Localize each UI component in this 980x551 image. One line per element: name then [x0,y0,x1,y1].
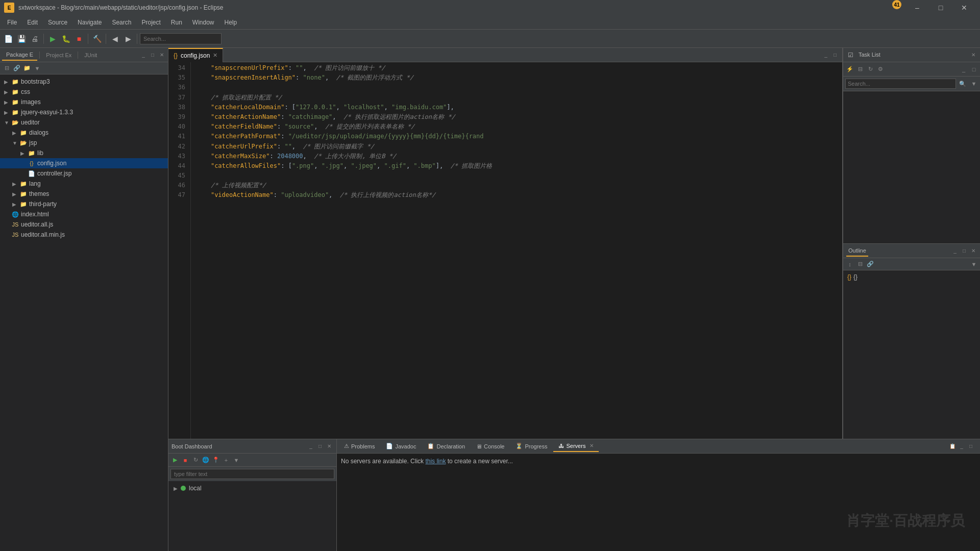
tree-arrow: ▶ [4,110,11,115]
tab-project-explorer[interactable]: Project Ex [42,50,76,60]
outline-panel: Outline _ □ ✕ ↕ ⊟ 🔗 ▼ [843,243,980,439]
tab-junit[interactable]: JUnit [80,50,101,60]
code-line-45 [196,171,837,181]
boot-maximize-button[interactable]: □ [316,442,324,450]
create-server-link[interactable]: this link [425,458,446,465]
stop-button[interactable]: ■ [73,33,85,45]
filter-button[interactable]: ▼ [33,64,42,73]
outline-minimize-button[interactable]: _ [951,247,959,255]
forward-button[interactable]: ▶ [122,33,134,45]
outline-chevron-button[interactable]: ▼ [969,260,978,269]
tab-console[interactable]: 🖥 Console [471,441,509,452]
task-filter-button[interactable]: ⚡ [845,65,854,74]
tree-item-config-json[interactable]: ▶ {} config.json [0,158,168,168]
minimize-editor-button[interactable]: _ [822,51,830,59]
editor-tab-config-json[interactable]: {} config.json ✕ [168,48,223,62]
task-search-button[interactable]: 🔍 [958,79,967,88]
back-button[interactable]: ◀ [109,33,121,45]
menu-navigate[interactable]: Navigate [72,17,107,28]
tree-item-bootstrap3[interactable]: ▶ 📁 bootstrap3 [0,77,168,87]
boot-new-button[interactable]: + [222,456,231,465]
tab-javadoc[interactable]: 📄 Javadoc [381,441,421,452]
tab-servers[interactable]: 🖧 Servers ✕ [553,441,599,452]
tree-item-ueditor-all-min-js[interactable]: ▶ JS ueditor.all.min.js [0,230,168,240]
tree-item-lib[interactable]: ▶ 📁 lib [0,148,168,158]
maximize-editor-button[interactable]: □ [831,51,839,59]
menu-edit[interactable]: Edit [22,17,43,28]
maximize-button[interactable]: □ [929,0,952,15]
task-refresh-button[interactable]: ↻ [866,65,875,74]
task-minimize-button[interactable]: _ [959,65,968,74]
task-search-options[interactable]: ▼ [969,79,978,88]
tab-declaration[interactable]: 📋 Declaration [422,441,470,452]
new-button[interactable]: 📄 [2,33,14,45]
outline-sort-button[interactable]: ↕ [845,260,854,269]
boot-stop-button[interactable]: ■ [181,456,190,465]
boot-local-button[interactable]: 📍 [211,456,220,465]
save-button[interactable]: 💾 [15,33,28,45]
boot-dashboard-toolbar: ▶ ■ ↻ 🌐 📍 + ▼ [168,454,336,467]
editor-content[interactable]: 34 35 36 37 38 39 40 41 42 43 44 45 46 4… [168,62,842,439]
tree-item-index-html[interactable]: ▶ 🌐 index.html [0,209,168,219]
outline-link-button[interactable]: 🔗 [866,260,875,269]
tab-progress[interactable]: ⏳ Progress [510,441,552,452]
menu-help[interactable]: Help [219,17,242,28]
boot-server-local[interactable]: ▶ local [170,483,334,493]
task-collapse-button[interactable]: ⊟ [855,65,865,74]
task-search-input[interactable] [845,79,956,89]
outline-close-button[interactable]: ✕ [969,247,977,255]
tree-item-controller-jsp[interactable]: ▶ 📄 controller.jsp [0,168,168,179]
close-task-button[interactable]: ✕ [969,51,977,59]
menu-search[interactable]: Search [107,17,136,28]
menu-source[interactable]: Source [43,17,72,28]
new-folder-button[interactable]: 📁 [22,64,32,73]
boot-settings-button[interactable]: ▼ [232,456,241,465]
tree-item-images[interactable]: ▶ 📁 images [0,97,168,107]
outline-maximize-button[interactable]: □ [960,247,968,255]
menu-file[interactable]: File [2,17,22,28]
boot-search-input[interactable] [170,469,334,479]
tree-item-lang[interactable]: ▶ 📁 lang [0,179,168,189]
tree-item-dialogs[interactable]: ▶ 📁 dialogs [0,128,168,138]
copy-button[interactable]: 📋 [948,442,957,450]
task-list-panel: ☑ Task List ✕ ⚡ ⊟ ↻ ⚙ _ □ [843,48,980,243]
bottom-minimize-button[interactable]: _ [958,442,966,450]
debug-button[interactable]: 🐛 [60,33,72,45]
close-button[interactable]: ✕ [952,0,976,15]
tab-problems[interactable]: ⚠ Problems [339,441,380,452]
bottom-maximize-button[interactable]: □ [967,442,975,450]
tab-close-button[interactable]: ✕ [213,52,217,59]
close-panel-button[interactable]: ✕ [158,51,166,59]
print-button[interactable]: 🖨 [29,33,41,45]
boot-open-button[interactable]: 🌐 [201,456,210,465]
boot-restart-button[interactable]: ↻ [191,456,200,465]
code-area[interactable]: "snapscreenUrlPrefix": "", /* 图片访问前缀放十 *… [191,62,842,439]
tree-item-themes[interactable]: ▶ 📁 themes [0,189,168,199]
tree-item-css[interactable]: ▶ 📁 css [0,87,168,97]
tree-item-ueditor[interactable]: ▼ 📂 ueditor [0,117,168,128]
collapse-all-button[interactable]: ⊟ [2,64,11,73]
boot-minimize-button[interactable]: _ [307,442,315,450]
outline-collapse-button[interactable]: ⊟ [855,260,865,269]
minimize-button[interactable]: – [905,0,929,15]
build-button[interactable]: 🔨 [91,33,103,45]
tree-item-jsp[interactable]: ▼ 📂 jsp [0,138,168,148]
tree-item-jquery[interactable]: ▶ 📁 jquery-easyui-1.3.3 [0,107,168,117]
run-button[interactable]: ▶ [46,33,59,45]
boot-close-button[interactable]: ✕ [325,442,333,450]
menu-window[interactable]: Window [187,17,219,28]
maximize-panel-button[interactable]: □ [149,51,157,59]
tab-package-explorer[interactable]: Package E [2,49,37,61]
boot-start-button[interactable]: ▶ [170,456,180,465]
menu-project[interactable]: Project [136,17,165,28]
servers-close[interactable]: ✕ [590,443,594,448]
minimize-panel-button[interactable]: _ [139,51,148,59]
outline-item: {} {} [845,272,978,282]
task-maximize-button[interactable]: □ [969,65,978,74]
task-settings-button[interactable]: ⚙ [876,65,885,74]
menu-run[interactable]: Run [166,17,187,28]
tree-item-ueditor-all-js[interactable]: ▶ JS ueditor.all.js [0,219,168,230]
toolbar-search[interactable] [140,33,222,44]
link-editor-button[interactable]: 🔗 [12,64,21,73]
tree-item-third-party[interactable]: ▶ 📁 third-party [0,199,168,209]
